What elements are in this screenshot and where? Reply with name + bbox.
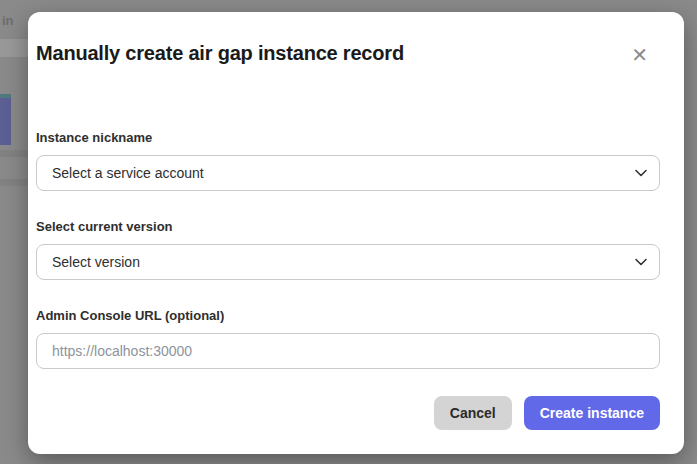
modal-header: Manually create air gap instance record … — [36, 42, 660, 67]
modal-form: Instance nickname Select a service accou… — [36, 130, 660, 369]
modal-title: Manually create air gap instance record — [36, 42, 404, 65]
background-clipped-text: in — [2, 13, 14, 28]
create-instance-button[interactable]: Create instance — [524, 396, 660, 430]
current-version-group: Select current version Select version — [36, 219, 660, 280]
close-icon: ✕ — [631, 44, 648, 66]
admin-console-url-group: Admin Console URL (optional) — [36, 308, 660, 369]
modal-footer: Cancel Create instance — [36, 396, 660, 430]
instance-nickname-group: Instance nickname Select a service accou… — [36, 130, 660, 191]
current-version-select-wrap: Select version — [36, 244, 660, 280]
background-row-divider — [0, 179, 28, 186]
instance-nickname-label: Instance nickname — [36, 130, 660, 145]
current-version-label: Select current version — [36, 219, 660, 234]
create-airgap-instance-modal: Manually create air gap instance record … — [28, 12, 684, 454]
admin-console-url-label: Admin Console URL (optional) — [36, 308, 660, 323]
background-row-divider — [0, 150, 28, 157]
admin-console-url-input-wrap — [36, 333, 660, 369]
close-button[interactable]: ✕ — [629, 43, 650, 67]
instance-nickname-select-wrap: Select a service account — [36, 155, 660, 191]
current-version-select[interactable]: Select version — [36, 244, 660, 280]
cancel-button[interactable]: Cancel — [434, 396, 512, 430]
admin-console-url-input[interactable] — [36, 333, 660, 369]
instance-nickname-select[interactable]: Select a service account — [36, 155, 660, 191]
background-purple-strip — [0, 98, 11, 145]
background-dimmed-band — [0, 39, 30, 57]
